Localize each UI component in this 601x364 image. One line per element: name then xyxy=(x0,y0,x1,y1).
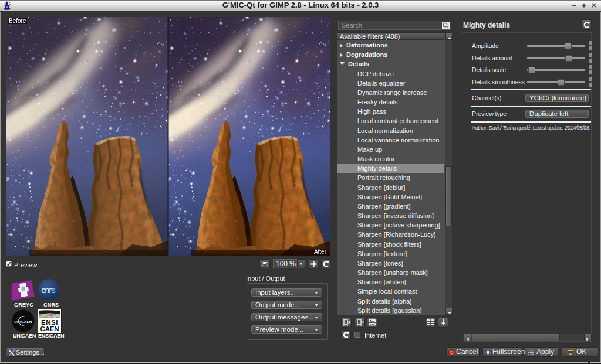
svg-text:UNiCAEN: UNiCAEN xyxy=(14,319,32,324)
svg-text:Def: Def xyxy=(370,323,374,326)
svg-text:cnrs: cnrs xyxy=(41,285,55,295)
svg-text:ENSI: ENSI xyxy=(41,319,58,326)
svg-text:Abc: Abc xyxy=(370,319,375,322)
svg-text:CAEN: CAEN xyxy=(40,325,59,332)
